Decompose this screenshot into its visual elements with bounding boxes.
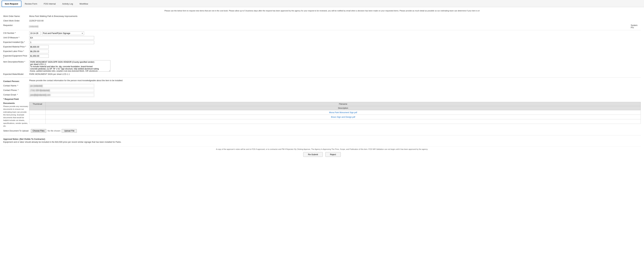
expected-labor-price-label: Expected Labor Price * [3,50,29,52]
documents-title: Documents [3,102,29,104]
approval-notes-text: Equipment and or labor should already be… [3,141,641,143]
tab-bar: Item Request Review Form FOS Internal Ac… [0,0,644,7]
expected-material-price-row: Expected Material Price * [3,45,641,49]
contact-person-row: Contact Person: Please provide the conta… [3,79,641,83]
work-order-name-label: Work Order Name: [3,14,29,17]
csi-dropdown[interactable]: Post and Panel/Pylon Signage [42,32,84,35]
expected-make-model-row: Expected Make/Model: PARK MONUMENT SIGN … [3,72,641,76]
contact-phone-label: Contact Phone: * [3,89,29,92]
contact-email-input[interactable] [29,93,94,97]
doc-thumbnail-1 [30,110,46,115]
system-pro-label: SystemPro [631,24,641,29]
unit-of-measure-label: Unit Of Measure * [3,36,29,39]
expected-equipment-price-row: Expected Equipment Price * [3,54,641,59]
thumbnail-header-2 [30,106,46,110]
description-header: Description [46,106,641,110]
csi-number-row: CSI Number * Post and Panel/Pylon Signag… [3,32,641,35]
upload-row: Select Document To Upload: Choose Files … [3,129,641,133]
tab-activity-log[interactable]: Activity Log [59,1,76,7]
doc-filename-2[interactable]: Bravo Sign and Design.pdf [46,115,641,119]
contact-name-row: Contact Name: * [3,84,641,88]
client-work-order-row: Client Work Order: 2225CP-015-00 [3,19,641,23]
contact-person-header: Contact Person: [3,80,29,82]
upload-label: Select Document To Upload: [3,130,29,132]
upload-controls: Choose Files No file chosen Upload File [31,129,77,133]
documents-table: Thumbnail Filename Description Mona Park… [29,102,641,124]
action-buttons: Re-Submit Reject [3,152,641,160]
info-banner: Please use the below form to request new… [3,9,641,12]
contact-email-label: Contact Email: * [3,93,29,96]
main-content: Please use the below form to request new… [0,7,644,161]
csi-container: Post and Panel/Pylon Signage ▼ [29,32,84,35]
item-description-label: Item Description/Notes * [3,60,29,63]
csi-number-input[interactable] [29,32,40,35]
expected-material-price-label: Expected Material Price * [3,45,29,48]
doc-link-1[interactable]: Mona Park Monument Sign.pdf [329,111,357,114]
thumbnail-header: Thumbnail [30,102,46,106]
expected-labor-price-row: Expected Labor Price * [3,50,641,53]
csi-number-label: CSI Number * [3,32,29,34]
doc-filename-empty [46,119,641,124]
filename-header: Filename [46,102,641,106]
expected-installed-qty-input[interactable] [29,40,94,44]
contact-phone-input[interactable] [29,89,94,92]
table-row-empty [30,119,641,124]
documents-label-col: Documents Please provide any necessary d… [3,102,29,128]
expected-equipment-price-input[interactable] [29,54,49,58]
expected-installed-qty-label: Expected Installed Qty * [3,40,29,43]
approval-notes-title: Approval Notes: (Not Visible To Contract… [3,138,641,140]
table-row: Mona Park Monument Sign.pdf [30,110,641,115]
documents-section: Documents Please provide any necessary d… [3,102,641,128]
approval-section: Approval Notes: (Not Visible To Contract… [3,138,641,143]
tab-item-request[interactable]: Item Request [2,1,22,7]
csi-dropdown-wrapper: Post and Panel/Pylon Signage ▼ [42,32,84,35]
item-description-textarea[interactable]: PARK MONUMENT SIGN-DPR SIGN VENDOR (Coun… [29,60,110,72]
item-description-row: Item Description/Notes * PARK MONUMENT S… [3,60,641,72]
no-file-text: No file chosen [48,130,60,132]
unit-of-measure-input[interactable] [29,36,94,40]
choose-files-button[interactable]: Choose Files [31,129,46,133]
contact-phone-row: Contact Phone: * [3,89,641,92]
work-order-name-value: Mona Park Walking Path & Breezeway Impro… [29,14,78,17]
tab-fos-internal[interactable]: FOS Internal [40,1,59,7]
expected-installed-qty-row: Expected Installed Qty * [3,40,641,44]
contact-email-row: Contact Email: * [3,93,641,97]
doc-thumbnail-empty [30,119,46,124]
expected-labor-price-input[interactable] [29,50,49,53]
client-work-order-value: 2225CP-015-00 [29,19,44,22]
upload-file-button[interactable]: Upload File [62,129,77,133]
table-row: Bravo Sign and Design.pdf [30,115,641,119]
contact-person-desc: Please provide the contact information f… [29,79,123,82]
documents-right: Thumbnail Filename Description Mona Park… [29,102,641,128]
documents-desc: Please provide any necessary documents t… [3,105,29,128]
required-field-note: * Required Field [3,98,641,100]
requestor-value: [redacted] [29,25,38,28]
work-order-name-row: Work Order Name: Mona Park Walking Path … [3,14,641,18]
expected-equipment-price-label: Expected Equipment Price * [3,54,29,59]
reject-button[interactable]: Reject [325,152,341,157]
expected-material-price-input[interactable] [29,45,49,49]
expected-make-model-value: PARK MONUMENT SIGN per sheet LCD-1.1 [29,72,70,75]
client-work-order-label: Client Work Order: [3,19,29,22]
unit-of-measure-row: Unit Of Measure * [3,36,641,40]
requestor-row: Requestor: [redacted] SystemPro [3,24,641,29]
expected-make-model-label: Expected Make/Model: [3,72,29,75]
tab-review-form[interactable]: Review Form [22,1,40,7]
requestor-label: Requestor: [3,24,29,26]
footer-note: A copy of the approver's notes will be s… [3,146,641,150]
doc-link-2[interactable]: Bravo Sign and Design.pdf [331,116,355,118]
contact-name-label: Contact Name: * [3,84,29,87]
tab-workflow[interactable]: Workflow [76,1,91,7]
resubmit-button[interactable]: Re-Submit [303,152,322,157]
contact-name-input[interactable] [29,84,94,88]
doc-filename-1[interactable]: Mona Park Monument Sign.pdf [46,110,641,115]
doc-thumbnail-2 [30,115,46,119]
